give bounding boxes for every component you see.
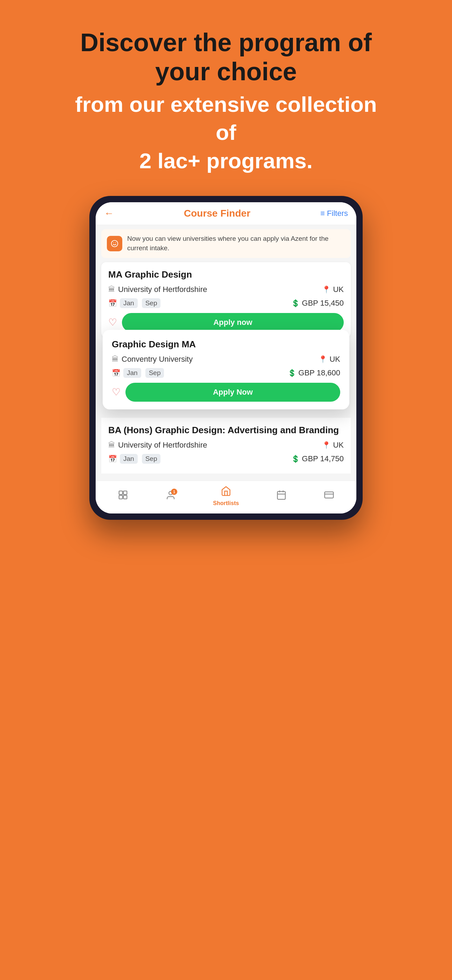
headline-sub: from our extensive collection of 2 lac+ … <box>68 91 384 175</box>
headline-main: Discover the program of your choice <box>68 28 384 86</box>
svg-rect-3 <box>119 491 123 494</box>
phone-frame: ← Course Finder ≡ Filters Now you can vi… <box>89 196 363 519</box>
card-actions-2: ♡ Apply Now <box>112 383 340 402</box>
course-row-university-3: 🏛 University of Hertfordshire 📍 UK <box>108 441 344 450</box>
calendar-icon-1: 📅 <box>108 299 117 307</box>
phone-screen: ← Course Finder ≡ Filters Now you can vi… <box>95 202 357 513</box>
intake-jan-3: Jan <box>120 454 138 464</box>
svg-rect-8 <box>277 492 286 500</box>
home-icon <box>118 490 128 503</box>
headline-section: Discover the program of your choice from… <box>68 28 384 175</box>
apply-button-1[interactable]: Apply now <box>122 313 344 332</box>
nav-item-calendar[interactable] <box>276 490 286 503</box>
shortlists-label: Shortlists <box>213 500 239 506</box>
calendar-icon-3: 📅 <box>108 455 117 463</box>
fee-icon-3: 💲 <box>291 455 300 463</box>
apply-button-2[interactable]: Apply Now <box>126 383 340 402</box>
course-title-3: BA (Hons) Graphic Design: Advertising an… <box>108 425 344 436</box>
banner-icon <box>107 236 122 251</box>
course-title-1: MA Graphic Design <box>108 269 344 280</box>
floating-card-wrapper: Graphic Design MA 🏛 Conventry University… <box>103 330 349 409</box>
course-title-2: Graphic Design MA <box>112 339 340 350</box>
calendar-icon-2: 📅 <box>112 369 121 377</box>
fee-icon-1: 💲 <box>291 299 300 307</box>
svg-rect-6 <box>123 495 127 499</box>
svg-rect-5 <box>119 495 123 499</box>
nav-item-shortlists[interactable]: Shortlists <box>213 486 239 506</box>
course-row-university-2: 🏛 Conventry University 📍 UK <box>112 355 340 364</box>
page-title: Course Finder <box>184 208 250 219</box>
fee-1: GBP 15,450 <box>302 299 344 308</box>
university-icon-1: 🏛 <box>108 285 115 293</box>
intake-jan-1: Jan <box>120 298 138 308</box>
location-icon-3: 📍 <box>322 441 331 449</box>
fee-icon-2: 💲 <box>288 369 296 377</box>
filter-icon: ≡ <box>320 209 325 218</box>
back-button[interactable]: ← <box>104 208 114 219</box>
svg-point-0 <box>111 240 118 247</box>
course-card-1: MA Graphic Design 🏛 University of Hertfo… <box>101 262 351 337</box>
card-actions-1: ♡ Apply now <box>108 313 344 332</box>
course-row-dates-1: 📅 Jan Sep 💲 GBP 15,450 <box>108 298 344 308</box>
course-row-university-1: 🏛 University of Hertfordshire 📍 UK <box>108 285 344 294</box>
university-name-1: University of Hertfordshire <box>118 285 207 294</box>
university-name-3: University of Hertfordshire <box>118 441 207 450</box>
intake-jan-2: Jan <box>123 368 141 378</box>
banner-text: Now you can view universities where you … <box>127 234 345 253</box>
location-2: UK <box>329 355 340 364</box>
location-icon-2: 📍 <box>318 355 327 363</box>
svg-rect-4 <box>123 491 127 494</box>
university-icon-3: 🏛 <box>108 441 115 449</box>
intake-sep-2: Sep <box>145 368 164 378</box>
info-banner: Now you can view universities where you … <box>101 229 351 258</box>
location-1: UK <box>333 285 344 294</box>
wishlist-button-2[interactable]: ♡ <box>112 386 121 398</box>
card-icon <box>324 490 334 503</box>
university-icon-2: 🏛 <box>112 355 119 363</box>
svg-rect-12 <box>325 492 333 498</box>
app-header: ← Course Finder ≡ Filters <box>95 202 357 225</box>
intake-sep-3: Sep <box>142 454 161 464</box>
filters-button[interactable]: ≡ Filters <box>320 209 348 218</box>
nav-item-profile[interactable]: 1 <box>166 490 176 502</box>
nav-item-home[interactable] <box>118 490 128 503</box>
calendar-nav-icon <box>276 490 286 503</box>
fee-2: GBP 18,600 <box>299 368 340 377</box>
course-row-dates-2: 📅 Jan Sep 💲 GBP 18,600 <box>112 368 340 378</box>
course-card-2: Graphic Design MA 🏛 Conventry University… <box>103 330 349 409</box>
location-icon-1: 📍 <box>322 285 331 294</box>
university-name-2: Conventry University <box>122 355 193 364</box>
bottom-nav: 1 Shortlists <box>95 480 357 514</box>
location-3: UK <box>333 441 344 450</box>
wishlist-button-1[interactable]: ♡ <box>108 317 117 328</box>
profile-badge: 1 <box>171 488 177 495</box>
fee-3: GBP 14,750 <box>302 454 344 463</box>
course-row-dates-3: 📅 Jan Sep 💲 GBP 14,750 <box>108 454 344 464</box>
course-card-3: BA (Hons) Graphic Design: Advertising an… <box>101 418 351 474</box>
shortlists-icon <box>221 486 231 499</box>
filters-label: Filters <box>327 209 348 218</box>
nav-item-card[interactable] <box>324 490 334 503</box>
intake-sep-1: Sep <box>142 298 161 308</box>
